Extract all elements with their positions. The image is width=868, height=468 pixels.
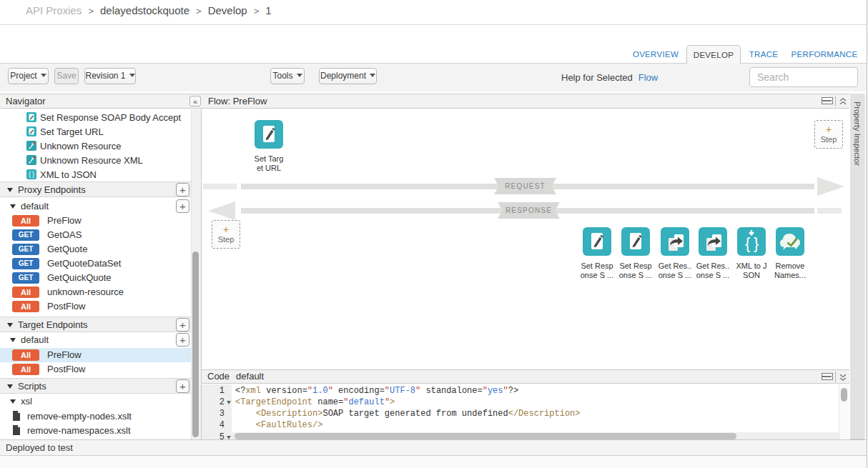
svg-text:{: { xyxy=(745,234,750,252)
svg-text:}: } xyxy=(754,234,759,252)
svg-text:{ }: { } xyxy=(29,171,34,178)
